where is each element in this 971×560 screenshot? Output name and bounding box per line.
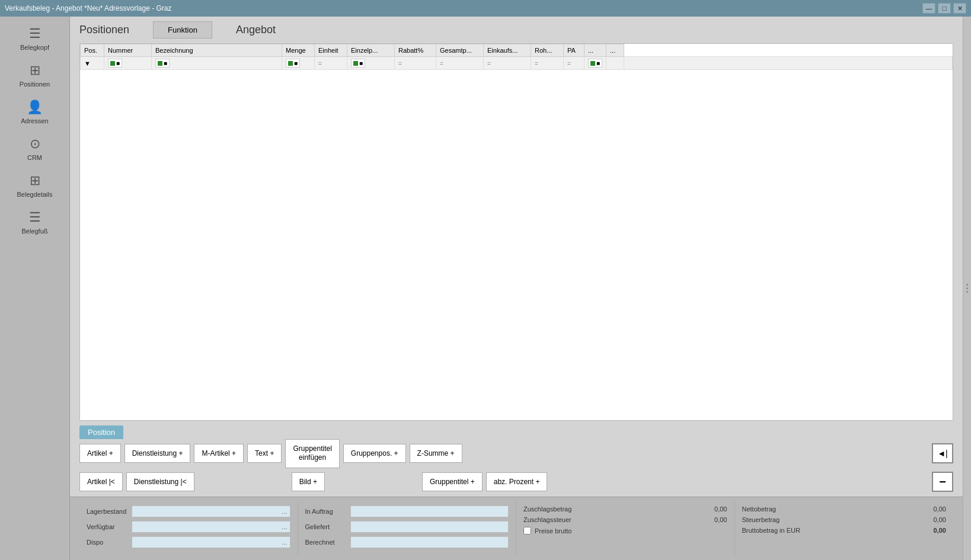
adressen-icon: 👤 [27,100,43,115]
sidebar-item-belegdetails[interactable]: ⊞ Belegdetails [5,168,65,203]
dienstleistung-add-button[interactable]: Dienstleistung + [124,444,191,463]
gruppentitel-einfuegen-button[interactable]: Gruppentiteleinfügen [285,439,339,468]
dispo-input[interactable]: ... [132,536,290,548]
angebot-title: Angebot [236,24,276,36]
lagerbestand-row: Lagerbestand ... [87,505,290,517]
filter-einheit-input[interactable]: ■ [351,59,365,68]
col-header-nummer: Nummer [104,44,152,57]
verfuegbar-input[interactable]: ... [132,521,290,533]
col-header-einzelp: Einzelp... [347,44,395,57]
artikel-add-button[interactable]: Artikel + [79,444,121,463]
dispo-label: Dispo [87,539,128,546]
zuschlag-section: Zuschlagsbetrag 0,00 Zuschlagssteuer 0,0… [516,502,735,555]
auftrag-section: In Auftrag Geliefert Berechnet [298,502,517,555]
lagerbestand-label: Lagerbestand [87,508,128,515]
belegdetails-icon: ⊞ [30,173,40,188]
bruttobetrag-row: Bruttobetrag in EUR 0,00 [742,527,947,534]
filter-bezeichnung[interactable]: ■ [282,57,315,70]
sidebar-label-adressen: Adressen [21,117,48,124]
edge-dot-2 [966,287,968,289]
col-header-more2: ... [606,44,624,57]
col-header-einheit: Einheit [315,44,347,57]
artikel-prev-button[interactable]: Artikel |< [79,472,123,491]
zuschlagsbetrag-label: Zuschlagsbetrag [523,505,571,513]
positions-table: Pos. Nummer Bezeichnung Menge Einheit Ei… [80,44,953,70]
col-header-menge: Menge [282,44,315,57]
right-edge-handle[interactable] [963,17,971,560]
berechnet-input[interactable] [350,536,509,548]
position-section: Position [70,421,963,439]
positionen-icon: ⊞ [30,63,40,78]
nav-minus-button[interactable]: − [932,472,953,492]
z-summe-add-button[interactable]: Z-Summe + [410,444,462,463]
zuschlagsbetrag-row: Zuschlagsbetrag 0,00 [523,505,727,513]
preise-brutto-row: Preise brutto [523,527,727,535]
filter-gesamtp: = [484,57,531,70]
window-title: Verkaufsbeleg - Angebot *Neu* Adressvorl… [5,4,172,12]
geliefert-label: Geliefert [305,523,347,530]
filter-rabatt: = [436,57,484,70]
col-header-gesamtp: Gesamtp... [436,44,484,57]
preise-brutto-label: Preise brutto [535,527,571,535]
filter-pos[interactable]: ■ [104,57,152,70]
lagerbestand-input[interactable]: ... [132,505,290,517]
filter-menge: = [315,57,347,70]
steuerbetrag-value: 0,00 [934,516,946,523]
col-header-bezeichnung: Bezeichnung [152,44,282,57]
berechnet-label: Berechnet [305,539,347,546]
top-tabs: Positionen Funktion Angebot [70,17,963,39]
sidebar-item-crm[interactable]: ⊙ CRM [5,132,65,166]
dienstleistung-prev-button[interactable]: Dienstleistung |< [126,472,194,491]
sidebar-item-belegfuss[interactable]: ☰ Belegfuß [5,205,65,239]
gruppenpos-add-button[interactable]: Gruppenpos. + [343,444,406,463]
filter-more2 [624,57,953,70]
dispo-row: Dispo ... [87,536,290,548]
bruttobetrag-value: 0,00 [934,527,946,534]
title-bar: Verkaufsbeleg - Angebot *Neu* Adressvorl… [0,0,971,17]
col-header-more1: ... [584,44,606,57]
filter-more1 [606,57,624,70]
sidebar: ☰ Belegkopf ⊞ Positionen 👤 Adressen ⊙ CR… [0,17,70,560]
gruppentitel-add-button[interactable]: Gruppentitel + [422,472,483,491]
sidebar-item-positionen[interactable]: ⊞ Positionen [5,58,65,92]
position-tab[interactable]: Position [79,425,123,439]
filter-nummer[interactable]: ■ [152,57,282,70]
m-artikel-add-button[interactable]: M-Artikel + [194,444,244,463]
main-window: Verkaufsbeleg - Angebot *Neu* Adressvorl… [0,0,971,560]
crm-icon: ⊙ [30,136,40,152]
filter-einkaufs: = [531,57,564,70]
col-header-pos: Pos. [81,44,104,57]
filter-pa[interactable]: ■ [584,57,606,70]
filter-pa-input[interactable]: ■ [588,59,602,68]
filter-einzelp: = [395,57,436,70]
filter-row: ▼ ■ ■ [81,57,953,70]
filter-icon: ▼ [84,60,91,67]
preise-brutto-checkbox[interactable] [523,527,531,535]
belegkopf-icon: ☰ [29,26,41,41]
in-auftrag-input[interactable] [350,505,509,517]
minimize-button[interactable]: — [922,3,935,14]
filter-bezeichnung-input[interactable]: ■ [286,59,300,68]
col-header-roh: Roh... [531,44,564,57]
sidebar-label-crm: CRM [27,154,42,161]
col-header-rabatt: Rabatt% [395,44,436,57]
nav-back-button[interactable]: ◄| [932,443,953,463]
zuschlagssteuer-value: 0,00 [714,516,727,523]
col-header-pa: PA [564,44,584,57]
filter-nummer-input[interactable]: ■ [155,59,170,68]
sidebar-item-belegkopf[interactable]: ☰ Belegkopf [5,21,65,56]
filter-pos-input[interactable]: ■ [108,59,122,68]
funktion-button[interactable]: Funktion [153,21,212,39]
text-add-button[interactable]: Text + [247,444,282,463]
maximize-button[interactable]: □ [938,3,951,14]
sidebar-item-adressen[interactable]: 👤 Adressen [5,95,65,129]
close-button[interactable]: ✕ [953,3,966,14]
filter-roh: = [564,57,584,70]
col-header-einkaufs: Einkaufs... [484,44,531,57]
positions-table-area: Pos. Nummer Bezeichnung Menge Einheit Ei… [79,43,953,421]
button-row-2: Artikel |< Dienstleistung |< Bild + Grup… [79,472,953,492]
abz-prozent-add-button[interactable]: abz. Prozent + [486,472,548,491]
bild-add-button[interactable]: Bild + [292,472,325,491]
filter-einheit[interactable]: ■ [347,57,395,70]
geliefert-input[interactable] [350,521,509,533]
